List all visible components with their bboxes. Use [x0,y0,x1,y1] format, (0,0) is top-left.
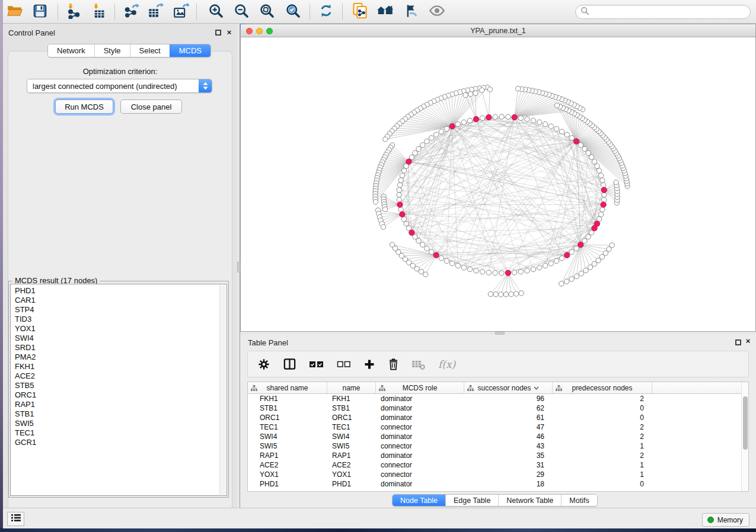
main-toolbar [3,0,756,24]
mcds-result-item[interactable]: CAR1 [11,296,219,305]
mcds-result-item[interactable]: STB1 [11,409,219,419]
search-icon [580,7,589,18]
close-table-panel-icon[interactable]: × [744,337,752,345]
mcds-result-item[interactable]: PHD1 [11,286,219,296]
memory-button[interactable]: Memory [702,513,749,527]
zoom-selected-icon [285,3,301,21]
float-table-panel-icon[interactable] [734,338,742,346]
table-cell: ORC1 [248,414,327,422]
show-graphics-details-button[interactable] [427,2,447,21]
table-cell: 61 [464,414,553,422]
refresh-view-button[interactable] [316,2,336,21]
table-scrollbar-thumb[interactable] [743,396,748,450]
mcds-result-item[interactable]: SRD1 [11,343,219,352]
tab-network[interactable]: Network [48,44,94,57]
tab-mcds[interactable]: MCDS [170,44,210,57]
toolbar-separator [310,4,310,20]
unselect-all-button[interactable] [337,360,351,369]
table-scrollbar[interactable] [741,382,748,491]
clone-network-button[interactable] [350,2,370,21]
table-cell: YOX1 [248,470,327,479]
close-panel-icon[interactable]: × [225,28,233,36]
export-image-button[interactable] [171,2,191,21]
table-row[interactable]: RAP1RAP1dominator352 [248,451,748,460]
import-table-button[interactable] [88,2,109,21]
table-row[interactable]: STB1STB1dominator620 [248,403,748,413]
table-row[interactable]: ORC1ORC1dominator610 [248,413,748,422]
table-row[interactable]: PHD1PHD1dominator180 [248,479,748,489]
float-panel-icon[interactable] [214,28,222,36]
dropdown-stepper-icon [199,79,212,92]
zoom-fit-button[interactable] [257,2,277,21]
table-tab-network-table[interactable]: Network Table [498,495,561,506]
show-columns-button[interactable] [283,357,296,371]
table-row[interactable]: FKH1FKH1dominator962 [248,394,748,403]
network-window-titlebar[interactable]: YPA_prune.txt_1 [241,24,755,37]
table-row[interactable]: YOX1YOX1connector291 [248,470,748,479]
mcds-result-item[interactable]: PMA2 [11,352,219,362]
table-row[interactable]: SWI4SWI4dominator462 [248,432,748,441]
mcds-result-item[interactable]: FKH1 [11,362,219,371]
delete-table-button[interactable] [412,358,426,370]
network-overview-button[interactable] [375,2,395,21]
optimization-criterion-select[interactable]: largest connected component (undirected) [27,79,212,93]
table-row[interactable]: SWI5SWI5connector431 [248,441,748,451]
mcds-result-item[interactable]: SWI5 [11,419,219,428]
mcds-result-scrollbar[interactable] [219,285,226,495]
table-row[interactable]: TEC1TEC1connector472 [248,422,748,432]
mcds-result-item[interactable]: STP4 [11,305,219,315]
zoom-in-button[interactable] [206,2,226,21]
task-history-button[interactable] [7,512,24,526]
network-canvas[interactable] [241,37,755,331]
mcds-result-item[interactable]: GCR1 [11,438,219,447]
select-all-button[interactable] [309,359,324,370]
column-header-successor-nodes[interactable]: successor nodes [464,382,553,393]
table-tab-node-table[interactable]: Node Table [393,495,445,506]
table-cell: SWI4 [327,432,376,441]
toolbar-separator [196,4,197,20]
table-cell: RAP1 [248,451,327,460]
mcds-result-item[interactable]: YOX1 [11,324,219,334]
search-input[interactable] [589,6,750,18]
zoom-selected-button[interactable] [283,2,303,21]
open-folder-icon [7,4,23,20]
mcds-result-item[interactable]: ACE2 [11,371,219,381]
mcds-result-item[interactable]: TEC1 [11,428,219,438]
save-session-button[interactable] [30,2,50,21]
table-cell: STB1 [327,404,376,412]
delete-row-button[interactable] [388,358,399,370]
column-header-mcds-role[interactable]: MCDS role [376,382,464,393]
add-row-button[interactable] [363,358,375,370]
zoom-out-button[interactable] [231,2,251,21]
import-network-button[interactable] [63,2,83,21]
mcds-result-item[interactable]: SWI4 [11,334,219,343]
column-header-shared-name[interactable]: shared name [248,382,327,393]
table-tab-edge-table[interactable]: Edge Table [445,495,498,506]
open-file-button[interactable] [5,2,25,21]
table-cell: 2 [553,395,652,403]
search-box[interactable] [575,5,751,19]
memory-label: Memory [717,516,743,524]
export-table-button[interactable] [145,2,165,21]
column-header-predecessor-nodes[interactable]: predecessor nodes [553,382,652,393]
close-panel-button[interactable]: Close panel [120,100,182,114]
tab-select[interactable]: Select [130,44,170,57]
table-row[interactable]: ACE2ACE2connector311 [248,460,748,470]
refresh-icon [318,3,334,21]
tab-style[interactable]: Style [94,44,130,57]
column-header-name[interactable]: name [327,382,376,393]
mcds-result-item[interactable]: STB5 [11,381,219,390]
run-mcds-button[interactable]: Run MCDS [55,100,113,114]
hide-graphics-details-button[interactable] [401,2,421,21]
table-cell: STB1 [248,404,327,412]
export-network-button[interactable] [122,2,142,21]
table-cell: dominator [376,395,464,403]
mcds-result-item[interactable]: ORC1 [11,390,219,400]
mcds-result-item[interactable]: TID3 [11,315,219,324]
table-settings-button[interactable] [257,358,270,371]
list-icon [11,514,21,524]
table-tab-motifs[interactable]: Motifs [561,495,596,506]
toolbar-separator [114,4,115,20]
table-cell: 0 [553,414,652,422]
mcds-result-item[interactable]: RAP1 [11,400,219,409]
